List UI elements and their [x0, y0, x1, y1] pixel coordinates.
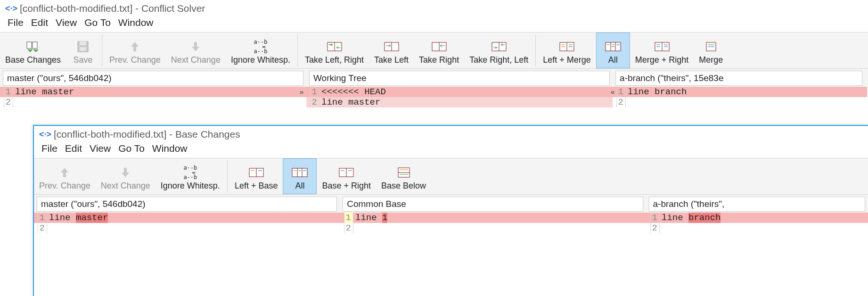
merge-right-button[interactable]: Merge + Right	[630, 33, 694, 68]
editor-pane-right[interactable]: 1 line branch 2	[647, 213, 868, 233]
separator	[535, 34, 536, 66]
toolbar: Prev. Change Next Change a·-b = a-·b Ign…	[34, 158, 868, 195]
window-title: [conflict-both-modified.txt] - Conflict …	[20, 3, 205, 14]
merge-right-icon	[655, 40, 670, 53]
menu-edit[interactable]: Edit	[61, 142, 86, 155]
code-line[interactable]	[47, 223, 340, 233]
line-number: 1	[616, 87, 626, 97]
code-line[interactable]: line 1	[353, 213, 647, 223]
menu-window[interactable]: Window	[115, 16, 157, 29]
code-line[interactable]: line branch	[626, 87, 867, 97]
code-line[interactable]	[660, 223, 868, 233]
svg-rect-1	[33, 42, 37, 49]
pane-header-right[interactable]: a-branch ("theirs",	[649, 197, 865, 212]
base-right-icon	[339, 166, 354, 179]
menubar: File Edit View Go To Window	[0, 15, 868, 32]
line-number: 1	[650, 213, 660, 223]
left-base-icon	[249, 166, 264, 179]
ignore-whitespace-button[interactable]: a·-b = a-·b Ignore Whitesp.	[156, 158, 225, 194]
code-line[interactable]	[353, 223, 647, 233]
left-base-button[interactable]: Left + Base	[229, 158, 283, 194]
editor-pane-left[interactable]: 1 line master 2	[34, 213, 340, 233]
next-change-button[interactable]: Next Change	[96, 158, 156, 194]
editor-row: 1 line master 2 1 line 1 2	[34, 213, 868, 235]
base-changes-icon	[26, 40, 40, 53]
all-button[interactable]: All	[596, 33, 630, 68]
code-line[interactable]: line master	[319, 97, 613, 107]
code-line[interactable]: line master	[13, 87, 306, 97]
code-line[interactable]: line branch	[660, 213, 868, 223]
line-number: 1	[38, 213, 47, 223]
titlebar: <·> [conflict-both-modified.txt] - Base …	[34, 126, 868, 141]
save-icon	[77, 40, 89, 53]
pane-header-right[interactable]: a-branch ("theirs", 15e83e	[615, 71, 862, 86]
line-number: 2	[344, 223, 353, 233]
menu-view[interactable]: View	[52, 16, 81, 29]
line-number: 2	[38, 223, 47, 233]
menu-goto[interactable]: Go To	[81, 16, 115, 29]
svg-rect-4	[80, 47, 86, 51]
window-title: [conflict-both-modified.txt] - Base Chan…	[54, 129, 240, 140]
editor-pane-center[interactable]: 1 <<<<<<< HEAD 2 line master	[306, 87, 613, 107]
menu-view[interactable]: View	[86, 142, 115, 155]
take-right-left-button[interactable]: Take Right, Left	[464, 33, 533, 68]
pane-header-center[interactable]: Working Tree	[309, 71, 610, 86]
take-right-left-icon	[491, 40, 507, 53]
save-button[interactable]: Save	[66, 33, 100, 68]
take-right-icon	[432, 40, 447, 53]
all-icon	[605, 40, 621, 53]
line-number: 2	[650, 223, 660, 233]
menu-goto[interactable]: Go To	[115, 142, 148, 155]
base-below-button[interactable]: Base Below	[376, 158, 431, 194]
prev-change-button[interactable]: Prev. Change	[104, 33, 166, 68]
line-number: 1	[344, 213, 353, 223]
separator	[227, 160, 228, 192]
arrow-up-icon	[60, 166, 69, 179]
left-merge-button[interactable]: Left + Merge	[538, 33, 596, 68]
menu-window[interactable]: Window	[148, 142, 191, 155]
editor-pane-right[interactable]: 1 line branch 2	[613, 87, 867, 107]
line-number: 2	[310, 97, 319, 107]
line-number: 2	[616, 97, 626, 107]
next-change-button[interactable]: Next Change	[166, 33, 226, 68]
line-number: 1	[310, 87, 319, 97]
code-line[interactable]	[13, 97, 306, 107]
take-left-button[interactable]: Take Left	[369, 33, 414, 68]
take-left-icon	[384, 40, 399, 53]
take-left-arrow-icon[interactable]: «	[611, 88, 613, 96]
base-changes-window: <·> [conflict-both-modified.txt] - Base …	[33, 125, 868, 296]
all-button[interactable]: All	[283, 158, 317, 194]
code-line[interactable]: line master	[47, 213, 340, 223]
prev-change-button[interactable]: Prev. Change	[34, 158, 96, 194]
take-right-arrow-icon[interactable]: »	[300, 88, 302, 96]
app-icon: <·>	[41, 130, 50, 139]
pane-header-center[interactable]: Common Base	[343, 197, 643, 212]
diff-word: master	[76, 213, 108, 223]
base-below-icon	[398, 166, 410, 179]
merge-button[interactable]: Merge	[694, 33, 728, 68]
editor-pane-left[interactable]: 1 line master 2	[0, 87, 306, 107]
menu-edit[interactable]: Edit	[27, 16, 52, 29]
left-merge-icon	[559, 40, 574, 53]
line-number: 2	[4, 97, 13, 107]
editor-pane-center[interactable]: 1 line 1 2	[340, 213, 647, 233]
menu-file[interactable]: File	[38, 142, 61, 155]
take-left-right-button[interactable]: Take Left, Right	[300, 33, 369, 68]
ignore-whitespace-icon: a·-b = a-·b	[254, 40, 267, 53]
ignore-whitespace-button[interactable]: a·-b = a-·b Ignore Whitesp.	[226, 33, 295, 68]
take-right-button[interactable]: Take Right	[414, 33, 464, 68]
code-line[interactable]: <<<<<<< HEAD	[319, 87, 613, 97]
all-icon	[292, 166, 308, 179]
menu-file[interactable]: File	[4, 16, 27, 29]
pane-header-left[interactable]: master ("ours", 546db042)	[3, 71, 303, 86]
code-line[interactable]	[626, 97, 867, 107]
pane-header-left[interactable]: master ("ours", 546db042)	[37, 197, 337, 212]
pane-headers: master ("ours", 546db042) Common Base a-…	[34, 195, 868, 213]
line-number: 1	[4, 87, 13, 97]
base-right-button[interactable]: Base + Right	[317, 158, 376, 194]
diff-word: 1	[382, 213, 387, 223]
arrow-up-icon	[130, 40, 139, 53]
base-changes-button[interactable]: Base Changes	[0, 33, 66, 68]
merge-icon	[706, 40, 716, 53]
app-icon: <·>	[7, 4, 16, 13]
